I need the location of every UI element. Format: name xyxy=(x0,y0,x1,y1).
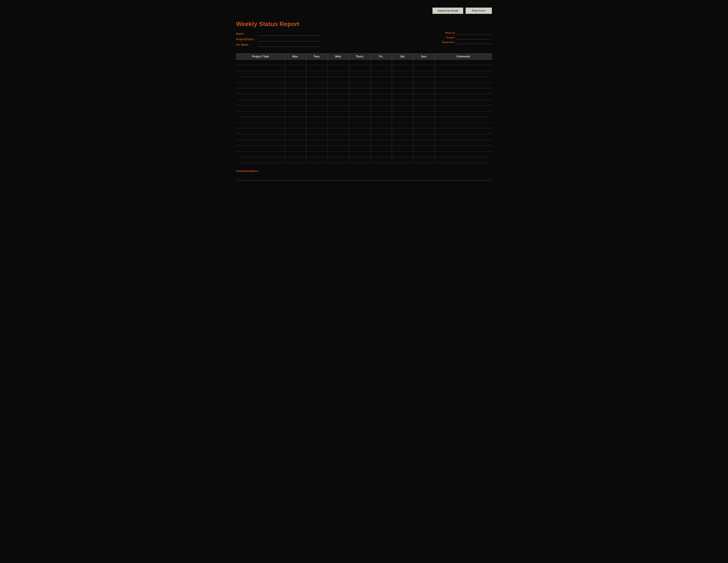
row-11-col-7-input[interactable] xyxy=(413,123,435,128)
row-9-col-5-input[interactable] xyxy=(371,111,392,117)
row-3-col-4-input[interactable] xyxy=(349,77,370,82)
row-14-col-5-input[interactable] xyxy=(371,140,392,145)
row-10-col-0-input[interactable] xyxy=(236,117,285,122)
row-8-col-1-input[interactable] xyxy=(285,105,306,111)
row-3-col-0-input[interactable] xyxy=(236,77,285,82)
row-5-col-6-input[interactable] xyxy=(392,88,413,94)
supervisor-input[interactable] xyxy=(457,40,492,44)
row-6-col-6-input[interactable] xyxy=(392,94,413,100)
row-9-col-7-input[interactable] xyxy=(413,111,435,117)
row-11-col-3-input[interactable] xyxy=(328,123,349,128)
row-9-col-0-input[interactable] xyxy=(236,111,285,117)
row-15-col-0-input[interactable] xyxy=(236,146,285,151)
row-15-col-6-input[interactable] xyxy=(392,146,413,151)
row-13-col-1-input[interactable] xyxy=(285,134,306,140)
row-10-col-7-input[interactable] xyxy=(413,117,435,122)
row-10-col-1-input[interactable] xyxy=(285,117,306,122)
row-7-col-4-input[interactable] xyxy=(349,100,370,105)
row-3-col-7-input[interactable] xyxy=(413,77,435,82)
row-4-col-7-input[interactable] xyxy=(413,83,435,88)
row-17-col-4-input[interactable] xyxy=(349,157,370,163)
row-1-col-4-input[interactable] xyxy=(349,65,370,71)
row-8-col-0-input[interactable] xyxy=(236,105,285,111)
row-17-col-6-input[interactable] xyxy=(392,157,413,163)
row-5-col-3-input[interactable] xyxy=(328,88,349,94)
row-4-col-4-input[interactable] xyxy=(349,83,370,88)
row-14-col-3-input[interactable] xyxy=(328,140,349,145)
row-6-col-2-input[interactable] xyxy=(306,94,327,100)
row-17-col-5-input[interactable] xyxy=(371,157,392,163)
row-10-col-6-input[interactable] xyxy=(392,117,413,122)
row-0-col-7-input[interactable] xyxy=(413,60,435,65)
row-15-col-4-input[interactable] xyxy=(349,146,370,151)
row-16-col-6-input[interactable] xyxy=(392,151,413,157)
row-10-col-3-input[interactable] xyxy=(328,117,349,122)
for-week-input[interactable] xyxy=(258,43,320,47)
row-0-col-8-input[interactable] xyxy=(435,60,492,65)
row-16-col-2-input[interactable] xyxy=(306,151,327,157)
row-11-col-6-input[interactable] xyxy=(392,123,413,128)
row-2-col-1-input[interactable] xyxy=(285,71,306,77)
row-15-col-8-input[interactable] xyxy=(435,146,492,151)
row-7-col-5-input[interactable] xyxy=(371,100,392,105)
row-11-col-5-input[interactable] xyxy=(371,123,392,128)
row-13-col-7-input[interactable] xyxy=(413,134,435,140)
row-14-col-1-input[interactable] xyxy=(285,140,306,145)
row-1-col-6-input[interactable] xyxy=(392,65,413,71)
row-3-col-5-input[interactable] xyxy=(371,77,392,82)
row-0-col-0-input[interactable] xyxy=(236,60,285,65)
row-17-col-8-input[interactable] xyxy=(435,157,492,163)
row-8-col-5-input[interactable] xyxy=(371,105,392,111)
row-1-col-3-input[interactable] xyxy=(328,65,349,71)
row-17-col-7-input[interactable] xyxy=(413,157,435,163)
row-6-col-0-input[interactable] xyxy=(236,94,285,100)
project-status-input[interactable] xyxy=(258,37,320,41)
row-15-col-5-input[interactable] xyxy=(371,146,392,151)
row-12-col-5-input[interactable] xyxy=(371,128,392,134)
row-0-col-2-input[interactable] xyxy=(306,60,327,65)
row-8-col-4-input[interactable] xyxy=(349,105,370,111)
row-2-col-6-input[interactable] xyxy=(392,71,413,77)
row-2-col-4-input[interactable] xyxy=(349,71,370,77)
row-1-col-2-input[interactable] xyxy=(306,65,327,71)
row-15-col-7-input[interactable] xyxy=(413,146,435,151)
row-10-col-4-input[interactable] xyxy=(349,117,370,122)
row-4-col-1-input[interactable] xyxy=(285,83,306,88)
row-13-col-3-input[interactable] xyxy=(328,134,349,140)
row-14-col-6-input[interactable] xyxy=(392,140,413,145)
row-8-col-2-input[interactable] xyxy=(306,105,327,111)
row-4-col-8-input[interactable] xyxy=(435,83,492,88)
row-0-col-4-input[interactable] xyxy=(349,60,370,65)
row-13-col-4-input[interactable] xyxy=(349,134,370,140)
row-7-col-2-input[interactable] xyxy=(306,100,327,105)
row-2-col-2-input[interactable] xyxy=(306,71,327,77)
row-2-col-0-input[interactable] xyxy=(236,71,285,77)
row-11-col-8-input[interactable] xyxy=(435,123,492,128)
row-9-col-1-input[interactable] xyxy=(285,111,306,117)
row-12-col-3-input[interactable] xyxy=(328,128,349,134)
row-6-col-4-input[interactable] xyxy=(349,94,370,100)
row-12-col-8-input[interactable] xyxy=(435,128,492,134)
row-6-col-7-input[interactable] xyxy=(413,94,435,100)
row-1-col-7-input[interactable] xyxy=(413,65,435,71)
row-3-col-2-input[interactable] xyxy=(306,77,327,82)
row-9-col-3-input[interactable] xyxy=(328,111,349,117)
row-17-col-2-input[interactable] xyxy=(306,157,327,163)
row-16-col-1-input[interactable] xyxy=(285,151,306,157)
row-2-col-5-input[interactable] xyxy=(371,71,392,77)
row-16-col-4-input[interactable] xyxy=(349,151,370,157)
row-3-col-3-input[interactable] xyxy=(328,77,349,82)
row-11-col-4-input[interactable] xyxy=(349,123,370,128)
submit-email-button[interactable]: Submit by Email xyxy=(432,8,463,14)
row-5-col-1-input[interactable] xyxy=(285,88,306,94)
row-14-col-0-input[interactable] xyxy=(236,140,285,145)
row-10-col-2-input[interactable] xyxy=(306,117,327,122)
row-0-col-5-input[interactable] xyxy=(371,60,392,65)
row-8-col-8-input[interactable] xyxy=(435,105,492,111)
row-1-col-1-input[interactable] xyxy=(285,65,306,71)
row-8-col-6-input[interactable] xyxy=(392,105,413,111)
row-12-col-6-input[interactable] xyxy=(392,128,413,134)
row-5-col-0-input[interactable] xyxy=(236,88,285,94)
row-3-col-1-input[interactable] xyxy=(285,77,306,82)
row-6-col-5-input[interactable] xyxy=(371,94,392,100)
